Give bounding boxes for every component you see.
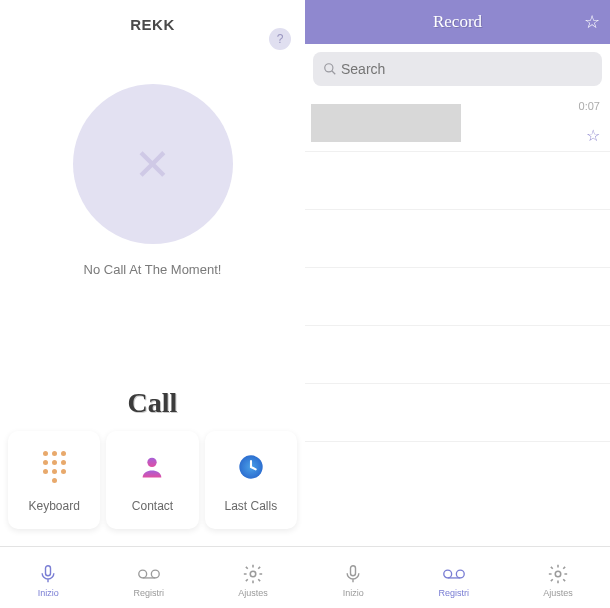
list-item[interactable] [305, 152, 610, 210]
nav-label: Inizio [38, 588, 59, 598]
star-icon[interactable]: ☆ [584, 11, 600, 33]
list-item[interactable] [305, 268, 610, 326]
gear-icon [547, 562, 569, 586]
search-input[interactable] [341, 61, 592, 77]
voicemail-icon [443, 562, 465, 586]
person-icon [134, 449, 170, 485]
recordings-list: 0:07 ☆ [305, 94, 610, 546]
nav-label: Registri [438, 588, 469, 598]
svg-point-13 [555, 571, 561, 577]
keyboard-card-label: Keyboard [28, 499, 79, 513]
nav-inizio-left[interactable]: Inizio [37, 562, 59, 598]
header-record: Record ☆ [305, 0, 610, 44]
svg-rect-9 [351, 565, 356, 575]
close-icon: ✕ [134, 139, 171, 190]
recording-duration: 0:07 [579, 100, 600, 112]
clock-icon [233, 449, 269, 485]
mic-icon [37, 562, 59, 586]
keypad-icon [36, 449, 72, 485]
nav-ajustes-right[interactable]: Ajustes [543, 562, 573, 598]
svg-point-11 [456, 570, 464, 578]
keyboard-card[interactable]: Keyboard [8, 431, 100, 529]
contact-card-label: Contact [132, 499, 173, 513]
gear-icon [242, 562, 264, 586]
svg-point-6 [250, 571, 256, 577]
app-title: REKK [130, 16, 175, 33]
list-item[interactable] [305, 384, 610, 442]
bottom-nav-right: Inizio Registri Ajustes [305, 546, 610, 608]
svg-rect-2 [46, 565, 51, 575]
nav-registri-left[interactable]: Registri [133, 562, 164, 598]
last-calls-card-label: Last Calls [224, 499, 277, 513]
recording-thumb [311, 104, 461, 142]
list-item[interactable] [305, 326, 610, 384]
screen-call: REKK ? ✕ No Call At The Moment! Call Key… [0, 0, 305, 608]
star-icon[interactable]: ☆ [586, 126, 600, 145]
voicemail-icon [138, 562, 160, 586]
search-bar[interactable] [313, 52, 602, 86]
svg-point-10 [444, 570, 452, 578]
search-icon [323, 62, 337, 76]
list-item[interactable] [305, 210, 610, 268]
nav-ajustes-left[interactable]: Ajustes [238, 562, 268, 598]
svg-point-3 [139, 570, 147, 578]
no-call-status: No Call At The Moment! [0, 262, 305, 277]
call-cards-row: Keyboard Contact [0, 419, 305, 529]
help-button[interactable]: ? [269, 28, 291, 50]
contact-card[interactable]: Contact [106, 431, 198, 529]
screen-record: Record ☆ 0:07 ☆ In [305, 0, 610, 608]
svg-line-8 [332, 71, 336, 75]
nav-label: Ajustes [543, 588, 573, 598]
mic-icon [342, 562, 364, 586]
svg-point-0 [148, 458, 157, 467]
nav-label: Ajustes [238, 588, 268, 598]
recording-item[interactable]: 0:07 ☆ [305, 94, 610, 152]
record-title: Record [433, 12, 482, 32]
bottom-nav-left: Inizio Registri Ajustes [0, 546, 305, 608]
no-call-avatar: ✕ [73, 84, 233, 244]
svg-point-4 [151, 570, 159, 578]
nav-registri-right[interactable]: Registri [438, 562, 469, 598]
header-call: REKK ? [0, 0, 305, 48]
nav-label: Registri [133, 588, 164, 598]
svg-point-7 [325, 64, 333, 72]
nav-inizio-right[interactable]: Inizio [342, 562, 364, 598]
call-heading: Call [0, 387, 305, 419]
last-calls-card[interactable]: Last Calls [205, 431, 297, 529]
nav-label: Inizio [343, 588, 364, 598]
